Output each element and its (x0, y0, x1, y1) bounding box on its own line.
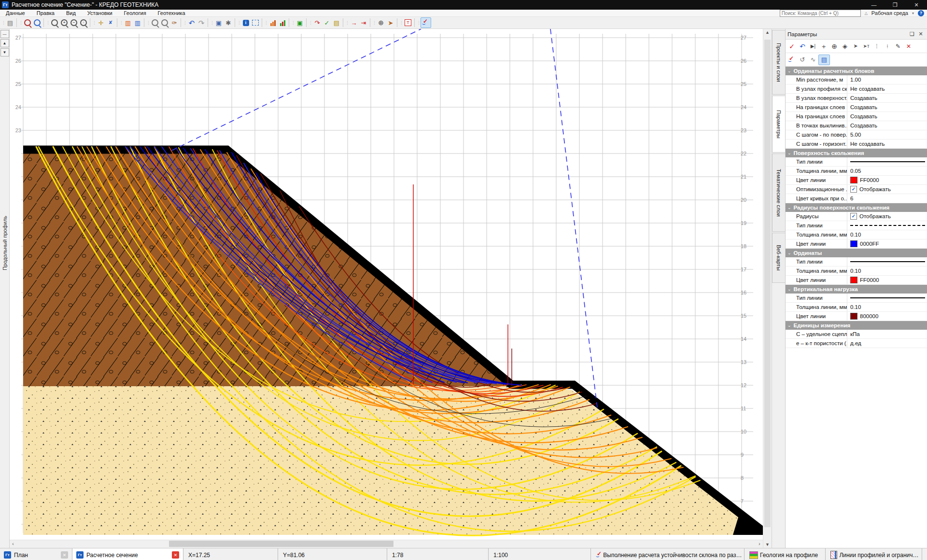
go-end-icon[interactable]: ▶| (808, 42, 818, 51)
param-value[interactable]: 0.10 (847, 230, 927, 239)
param-value[interactable]: 0.05 (847, 167, 927, 175)
param-value[interactable]: Не создавать (847, 140, 927, 148)
brush-icon[interactable]: ✑ (169, 18, 179, 28)
vertical-scrollbar[interactable]: ▲ ▼ (763, 29, 772, 548)
target-center-icon[interactable]: ⊕ (829, 42, 840, 51)
scroll-right-arrow[interactable]: › (756, 540, 763, 547)
zoom-next-icon[interactable] (32, 18, 42, 28)
param-value[interactable]: Не создавать (847, 84, 927, 93)
menu-1[interactable]: Правка (31, 10, 60, 16)
param-value[interactable]: ✓Отображать (847, 212, 927, 221)
color-swatch[interactable] (850, 240, 857, 247)
display-profile-icon[interactable]: ▥ (123, 18, 133, 28)
target-icon[interactable]: ⊕ (376, 18, 386, 28)
properties-icon[interactable]: ▤ (818, 55, 830, 65)
display-grid-icon[interactable]: ▥ (133, 18, 142, 28)
color-swatch[interactable] (850, 313, 857, 320)
color-swatch[interactable] (850, 277, 857, 283)
build-icon[interactable]: ✱ (224, 18, 233, 28)
leftstrip-button-1[interactable]: ▲ (0, 39, 9, 47)
slope-check-icon[interactable]: ✓⌣ (787, 55, 797, 65)
section-header-0[interactable]: ⌄Ординаты расчетных блоков (786, 67, 927, 75)
horizontal-scrollbar[interactable]: ‹ › (10, 540, 763, 548)
checkbox-checked[interactable]: ✓ (850, 213, 857, 220)
param-value[interactable]: Создавать (847, 121, 927, 130)
apply-icon[interactable]: ✓ (787, 42, 797, 51)
panel-float-icon[interactable]: ❏ (908, 31, 916, 37)
scroll-up-arrow[interactable]: ▲ (763, 29, 772, 36)
param-value[interactable]: FF0000 (847, 176, 927, 184)
pan-hand-icon[interactable]: ✛ (96, 18, 106, 28)
close-button[interactable]: ✕ (906, 0, 927, 10)
cancel-icon[interactable]: ✕ (903, 42, 914, 51)
workspace-menu[interactable]: Рабочая среда (871, 10, 908, 16)
pick-points-icon[interactable]: ⁞ (871, 42, 882, 51)
zoom-pointer-icon[interactable] (50, 18, 59, 28)
text-frame-icon[interactable]: T (403, 18, 413, 28)
redo-icon[interactable]: ↷ (197, 18, 206, 28)
tab-веб-карты[interactable]: Веб-карты (772, 233, 785, 283)
cursor-select-icon[interactable]: ➤ (850, 42, 861, 51)
section-header-1[interactable]: ⌄Поверхность скольжения (786, 149, 927, 157)
help-icon[interactable]: ? (918, 10, 924, 16)
param-value[interactable]: Создавать (847, 103, 927, 112)
zoom-prev-icon[interactable] (23, 18, 32, 28)
menu-5[interactable]: Геотехника (152, 10, 191, 16)
chart-ordinates-icon[interactable] (268, 18, 278, 28)
info-icon[interactable]: i (241, 18, 251, 28)
section-header-5[interactable]: ⌄Единицы измерения (786, 321, 927, 330)
section-header-3[interactable]: ⌄Ординаты (786, 249, 927, 257)
status-tool-geology[interactable]: Геология на профиле (744, 548, 826, 560)
checkbox-checked[interactable]: ✓ (850, 186, 857, 193)
param-value[interactable] (847, 221, 927, 230)
minimize-button[interactable]: — (863, 0, 885, 10)
param-value[interactable]: 800000 (847, 312, 927, 321)
param-value[interactable]: FF0000 (847, 276, 927, 284)
selection-frame-icon[interactable] (251, 18, 260, 28)
profile-canvas[interactable]: 2726252423272625242322212019181716151413… (10, 29, 763, 540)
scroll-down-arrow[interactable]: ▼ (763, 541, 772, 548)
param-value[interactable] (847, 294, 927, 302)
undo-icon[interactable]: ↶ (187, 18, 197, 28)
param-value[interactable]: 1.00 (847, 75, 927, 84)
slope-calc-icon[interactable]: ✓⌣ (421, 17, 431, 28)
param-value[interactable]: Создавать (847, 94, 927, 102)
scroll-left-arrow[interactable]: ‹ (10, 540, 16, 547)
search-layer-icon[interactable] (160, 18, 169, 28)
param-value[interactable]: 5.00 (847, 130, 927, 139)
param-value[interactable]: Создавать (847, 112, 927, 121)
horizontal-scroll-thumb[interactable] (169, 541, 393, 547)
add-node-icon[interactable]: ＋ (818, 42, 829, 51)
status-tool-lines[interactable]: Линии профилей и ограничений (826, 548, 922, 560)
param-value[interactable]: 0.10 (847, 266, 927, 275)
leftstrip-button-0[interactable]: — (0, 30, 9, 38)
chart-layers-icon[interactable] (278, 18, 287, 28)
vertical-scroll-thumb[interactable] (764, 40, 771, 527)
maximize-button[interactable]: ❒ (885, 0, 906, 10)
section-header-4[interactable]: ⌄Вертикальная нагрузка (786, 285, 927, 294)
menu-0[interactable]: Данные (0, 10, 31, 16)
zoom-in-icon[interactable]: + (59, 18, 69, 28)
clipboard-icon[interactable]: ▤ (5, 18, 15, 28)
param-value[interactable]: 0.10 (847, 303, 927, 311)
view-tab-0[interactable]: ГтПлан✕ (0, 548, 72, 560)
param-value[interactable]: 0000FF (847, 239, 927, 248)
tab-close-icon[interactable]: ✕ (61, 551, 68, 559)
arrow-step-icon[interactable]: ⇥ (359, 18, 368, 28)
menu-2[interactable]: Вид (60, 10, 82, 16)
tab-close-icon[interactable]: ✕ (172, 551, 179, 559)
ellipse-tool-icon[interactable]: ↺ (797, 55, 808, 65)
green-display-icon[interactable]: ▣ (295, 18, 305, 28)
status-tool-calc[interactable]: ✓⌣Выполнение расчета устойчивости склона… (591, 548, 744, 560)
curve-tool-icon[interactable]: ∿ (808, 55, 818, 65)
leftstrip-button-2[interactable]: ▼ (0, 48, 9, 56)
target-move-icon[interactable]: ◈ (840, 42, 850, 51)
menu-3[interactable]: Установки (82, 10, 118, 16)
param-value[interactable] (847, 157, 927, 166)
section-header-2[interactable]: ⌄Радиусы поверхности скольжения (786, 203, 927, 212)
pick-step-icon[interactable]: ⍿ (882, 42, 893, 51)
param-value[interactable]: кПа (847, 330, 927, 338)
eyedropper-icon[interactable]: ✎ (893, 42, 903, 51)
tab-тематические-слои[interactable]: Тематические слои (772, 154, 785, 232)
zoom-out-icon[interactable]: − (69, 18, 79, 28)
